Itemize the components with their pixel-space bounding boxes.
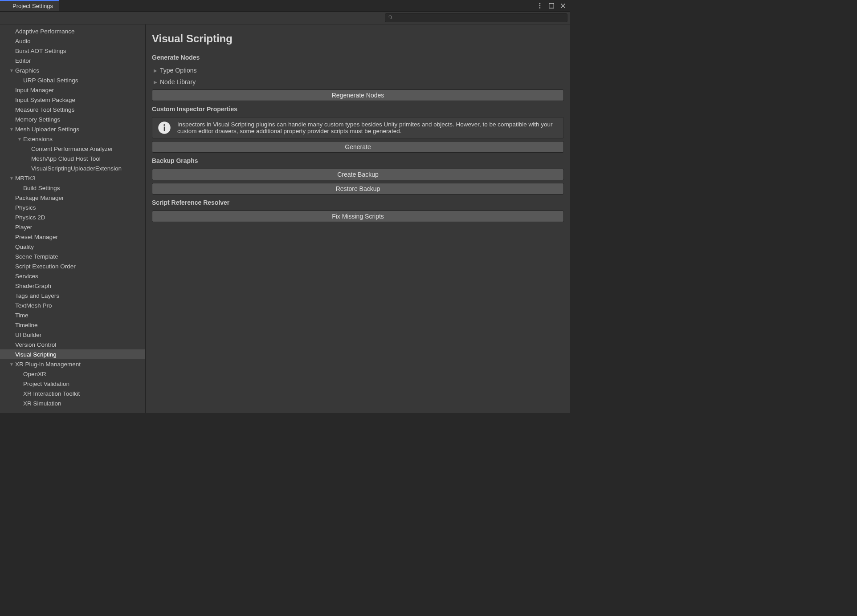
sidebar-item[interactable]: ▶Timeline bbox=[0, 320, 145, 330]
sidebar-item[interactable]: ▶Visual Scripting bbox=[0, 349, 145, 359]
sidebar-item[interactable]: ▶MeshApp Cloud Host Tool bbox=[0, 154, 145, 163]
sidebar-item[interactable]: ▶Memory Settings bbox=[0, 114, 145, 124]
section-heading-script-resolver: Script Reference Resolver bbox=[152, 199, 564, 206]
sidebar-item-label: TextMesh Pro bbox=[14, 302, 52, 309]
gear-icon bbox=[4, 2, 10, 10]
sidebar-item-label: Visual Scripting bbox=[14, 351, 57, 358]
sidebar-item[interactable]: ▶Build Settings bbox=[0, 183, 145, 193]
sidebar-item[interactable]: ▶Package Manager bbox=[0, 193, 145, 203]
sidebar-item-label: Burst AOT Settings bbox=[14, 48, 66, 54]
sidebar-item[interactable]: ▶XR Interaction Toolkit bbox=[0, 389, 145, 398]
sidebar-item[interactable]: ▶Services bbox=[0, 271, 145, 281]
sidebar-item[interactable]: ▶Measure Tool Settings bbox=[0, 105, 145, 114]
foldout-node-library[interactable]: ▶ Node Library bbox=[152, 77, 564, 87]
sidebar-item-label: Services bbox=[14, 273, 38, 280]
sidebar-item[interactable]: ▶Version Control bbox=[0, 340, 145, 349]
sidebar-item-label: Physics 2D bbox=[14, 214, 45, 221]
sidebar-item-label: ShaderGraph bbox=[14, 283, 51, 289]
sidebar-item[interactable]: ▼XR Plug-in Management bbox=[0, 359, 145, 369]
sidebar-item[interactable]: ▶Editor bbox=[0, 56, 145, 65]
sidebar-item-label: XR Plug-in Management bbox=[14, 361, 81, 368]
sidebar-item-label: Preset Manager bbox=[14, 234, 58, 240]
create-backup-button[interactable]: Create Backup bbox=[152, 169, 564, 180]
sidebar-item[interactable]: ▶ShaderGraph bbox=[0, 281, 145, 291]
sidebar-item-label: UI Builder bbox=[14, 332, 41, 338]
sidebar-item[interactable]: ▶Scene Template bbox=[0, 251, 145, 261]
sidebar-item[interactable]: ▶UI Builder bbox=[0, 330, 145, 340]
sidebar-item-label: Input System Package bbox=[14, 97, 75, 103]
search-box[interactable] bbox=[385, 13, 567, 22]
sidebar-item[interactable]: ▶OpenXR bbox=[0, 369, 145, 379]
search-input[interactable] bbox=[396, 15, 564, 21]
info-icon bbox=[158, 121, 171, 134]
sidebar-item[interactable]: ▼MRTK3 bbox=[0, 173, 145, 183]
sidebar-item[interactable]: ▶Preset Manager bbox=[0, 232, 145, 242]
fix-missing-scripts-button[interactable]: Fix Missing Scripts bbox=[152, 211, 564, 222]
sidebar-item-label: Input Manager bbox=[14, 87, 54, 93]
sidebar-item[interactable]: ▼Graphics bbox=[0, 65, 145, 75]
sidebar-item[interactable]: ▶Tags and Layers bbox=[0, 291, 145, 300]
sidebar-item-label: Time bbox=[14, 312, 29, 319]
sidebar-item[interactable]: ▶URP Global Settings bbox=[0, 75, 145, 85]
sidebar-item[interactable]: ▼Mesh Uploader Settings bbox=[0, 124, 145, 134]
sidebar-item[interactable]: ▶Physics bbox=[0, 203, 145, 212]
sidebar-item-label: URP Global Settings bbox=[22, 77, 78, 84]
titlebar: Project Settings bbox=[0, 0, 570, 12]
sidebar-item-label: Audio bbox=[14, 38, 31, 45]
sidebar-item[interactable]: ▶Player bbox=[0, 222, 145, 232]
sidebar-item[interactable]: ▼Extensions bbox=[0, 134, 145, 144]
sidebar-item-label: Scene Template bbox=[14, 253, 58, 260]
generate-button[interactable]: Generate bbox=[152, 141, 564, 153]
maximize-icon[interactable] bbox=[548, 2, 555, 9]
sidebar-item[interactable]: ▶XR Simulation bbox=[0, 398, 145, 408]
sidebar-item-label: Mesh Uploader Settings bbox=[14, 126, 79, 133]
restore-backup-button[interactable]: Restore Backup bbox=[152, 183, 564, 195]
sidebar-item[interactable]: ▶Content Performance Analyzer bbox=[0, 144, 145, 154]
info-text: Inspectors in Visual Scripting plugins c… bbox=[177, 121, 558, 134]
sidebar-item[interactable]: ▶Script Execution Order bbox=[0, 261, 145, 271]
sidebar-item-label: Physics bbox=[14, 204, 36, 211]
tab-project-settings[interactable]: Project Settings bbox=[0, 0, 59, 11]
sidebar-item[interactable]: ▶Project Validation bbox=[0, 379, 145, 389]
sidebar-item-label: Script Execution Order bbox=[14, 263, 76, 270]
sidebar-item-label: Editor bbox=[14, 57, 31, 64]
sidebar-item[interactable]: ▶Quality bbox=[0, 242, 145, 251]
sidebar-item[interactable]: ▶Input Manager bbox=[0, 85, 145, 95]
sidebar-item[interactable]: ▶Adaptive Performance bbox=[0, 26, 145, 36]
section-heading-generate-nodes: Generate Nodes bbox=[152, 54, 564, 61]
foldout-label: Type Options bbox=[160, 67, 197, 74]
sidebar-item-label: Content Performance Analyzer bbox=[30, 146, 113, 152]
svg-line-7 bbox=[391, 18, 392, 19]
sidebar-item-label: XR Interaction Toolkit bbox=[22, 390, 80, 397]
sidebar-item-label: Build Settings bbox=[22, 185, 60, 191]
sidebar-item-label: Adaptive Performance bbox=[14, 28, 75, 35]
foldout-type-options[interactable]: ▶ Type Options bbox=[152, 65, 564, 75]
sidebar-item[interactable]: ▶Audio bbox=[0, 36, 145, 46]
sidebar-item-label: Version Control bbox=[14, 341, 56, 348]
foldout-label: Node Library bbox=[160, 78, 196, 85]
chevron-right-icon: ▶ bbox=[154, 68, 158, 73]
svg-rect-9 bbox=[164, 127, 165, 131]
chevron-right-icon: ▶ bbox=[154, 80, 158, 85]
page-title: Visual Scripting bbox=[152, 32, 564, 45]
sidebar-item[interactable]: ▶Input System Package bbox=[0, 95, 145, 105]
info-box: Inspectors in Visual Scripting plugins c… bbox=[152, 117, 564, 138]
sidebar-item[interactable]: ▶Burst AOT Settings bbox=[0, 46, 145, 56]
sidebar-item-label: Package Manager bbox=[14, 195, 64, 201]
sidebar-item[interactable]: ▶TextMesh Pro bbox=[0, 300, 145, 310]
sidebar-item[interactable]: ▶Time bbox=[0, 310, 145, 320]
sidebar-item-label: Measure Tool Settings bbox=[14, 106, 74, 113]
sidebar-item-label: Tags and Layers bbox=[14, 292, 59, 299]
regenerate-nodes-button[interactable]: Regenerate Nodes bbox=[152, 89, 564, 101]
content-panel: Visual Scripting Generate Nodes ▶ Type O… bbox=[146, 24, 570, 413]
sidebar-item-label: Timeline bbox=[14, 322, 38, 328]
close-icon[interactable] bbox=[559, 2, 567, 9]
kebab-menu-icon[interactable] bbox=[536, 2, 543, 9]
sidebar-item[interactable]: ▶VisualScriptingUploaderExtension bbox=[0, 163, 145, 173]
svg-point-0 bbox=[539, 3, 541, 4]
section-heading-backup-graphs: Backup Graphs bbox=[152, 157, 564, 164]
svg-point-10 bbox=[163, 124, 165, 126]
sidebar-item[interactable]: ▶Physics 2D bbox=[0, 212, 145, 222]
svg-point-2 bbox=[539, 7, 541, 8]
sidebar-item-label: XR Simulation bbox=[22, 400, 61, 407]
